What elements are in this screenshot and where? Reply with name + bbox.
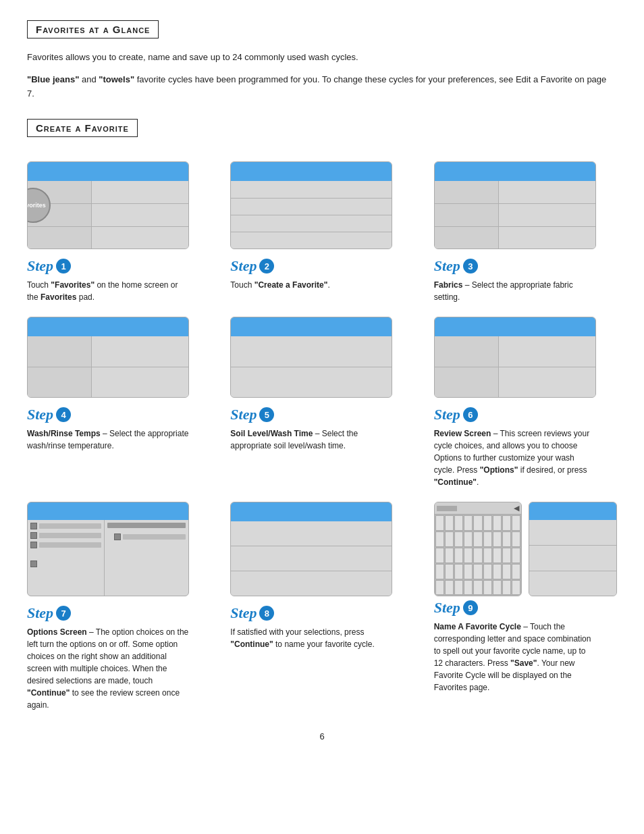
step6-row1 bbox=[435, 336, 595, 367]
towels-text: "towels" bbox=[99, 74, 134, 84]
section-header: Favorites at a Glance bbox=[27, 20, 617, 51]
step-4-screen bbox=[27, 317, 189, 398]
step-5-desc: Soil Level/Wash Time – Select the approp… bbox=[230, 427, 392, 452]
step-5-heading: Step 5 bbox=[230, 406, 274, 423]
step9-top-bar: ◀ bbox=[435, 502, 522, 515]
step-9-right-screen bbox=[529, 502, 617, 596]
step5-row1 bbox=[231, 336, 392, 367]
step-8-desc: If satisfied with your selections, press… bbox=[230, 626, 392, 650]
step-8-screen bbox=[230, 502, 392, 596]
step2-row4 bbox=[231, 232, 392, 249]
step8-row3 bbox=[231, 571, 392, 596]
step-7-heading: Step 7 bbox=[27, 604, 71, 622]
step1-row1 bbox=[28, 181, 188, 204]
step-3-cell: Step 3 Fabrics – Select the appropriate … bbox=[434, 161, 617, 303]
step4-rows bbox=[28, 336, 188, 397]
section-title: Favorites at a Glance bbox=[27, 20, 159, 38]
step9-right-body bbox=[529, 520, 616, 596]
step-8-heading: Step 8 bbox=[230, 604, 274, 622]
step6-row2 bbox=[435, 367, 595, 398]
step-6-heading: Step 6 bbox=[434, 406, 478, 423]
step3-rows bbox=[435, 181, 595, 249]
step-2-heading: Step 2 bbox=[230, 257, 274, 275]
step8-top-bar bbox=[231, 502, 392, 521]
step-1-desc: Touch "Favorites" on the home screen or … bbox=[27, 279, 189, 303]
step-9-cell: ◀ S bbox=[434, 502, 617, 711]
blue-jeans-text: "Blue jeans" bbox=[27, 74, 79, 84]
step7-options-left bbox=[28, 520, 105, 596]
step2-rows bbox=[231, 181, 392, 249]
step-5-cell: Step 5 Soil Level/Wash Time – Select the… bbox=[230, 317, 413, 488]
step-8-cell: Step 8 If satisfied with your selections… bbox=[230, 502, 413, 711]
step2-top-bar bbox=[231, 162, 392, 181]
intro-and: and bbox=[79, 74, 99, 84]
step-2-number: 2 bbox=[259, 259, 274, 273]
step-4-number: 4 bbox=[56, 407, 71, 422]
step-1-cell: favorites Step 1 Touc bbox=[27, 161, 210, 303]
step-6-desc: Review Screen – This screen reviews your… bbox=[434, 427, 596, 488]
step5-rows bbox=[231, 336, 392, 397]
step-2-cell: Step 2 Touch "Create a Favorite". bbox=[230, 161, 413, 303]
step-3-number: 3 bbox=[463, 259, 478, 273]
steps-grid: favorites Step 1 Touc bbox=[27, 161, 617, 741]
step-3-heading: Step 3 bbox=[434, 257, 478, 275]
step2-row3 bbox=[231, 215, 392, 232]
step6-rows bbox=[435, 336, 595, 397]
step-1-heading: Step 1 bbox=[27, 257, 71, 275]
step9-right-top bbox=[529, 502, 616, 520]
step-5-screen bbox=[230, 317, 392, 398]
step-4-heading: Step 4 bbox=[27, 406, 71, 423]
step-2-desc: Touch "Create a Favorite". bbox=[230, 279, 329, 291]
step-7-screen bbox=[27, 502, 189, 596]
step-5-number: 5 bbox=[259, 407, 274, 422]
step1-row2 bbox=[28, 204, 188, 227]
step-6-screen bbox=[434, 317, 596, 398]
page-number: 6 bbox=[230, 731, 413, 741]
step-6-cell: Step 6 Review Screen – This screen revie… bbox=[434, 317, 617, 488]
step3-row3 bbox=[435, 227, 595, 249]
step3-row2 bbox=[435, 204, 595, 227]
intro-paragraph-1: Favorites allows you to create, name and… bbox=[27, 51, 608, 65]
step-9-screens: ◀ bbox=[434, 502, 617, 596]
step3-row1 bbox=[435, 181, 595, 204]
step1-rows bbox=[28, 181, 188, 249]
step4-row1 bbox=[28, 336, 188, 367]
create-title: Create a Favorite bbox=[27, 119, 138, 137]
step-3-screen bbox=[434, 161, 596, 249]
step-1-screen: favorites bbox=[27, 161, 189, 249]
favorites-label: favorites bbox=[27, 202, 46, 209]
step8-row2 bbox=[231, 546, 392, 571]
step-4-cell: Step 4 Wash/Rinse Temps – Select the app… bbox=[27, 317, 210, 488]
step6-top-bar bbox=[435, 317, 595, 336]
step9-keyboard bbox=[435, 515, 522, 596]
create-section-header: Create a Favorite bbox=[27, 119, 617, 149]
step-8-number: 8 bbox=[259, 606, 274, 621]
step2-row2 bbox=[231, 199, 392, 215]
step8-row1 bbox=[231, 521, 392, 546]
step7-top-bar bbox=[28, 502, 188, 520]
step7-body bbox=[28, 520, 188, 596]
step-9-desc: Name A Favorite Cycle – Touch the corres… bbox=[434, 621, 596, 694]
step1-row3 bbox=[28, 227, 188, 249]
step-9-keyboard-screen: ◀ bbox=[434, 502, 522, 596]
step-1-number: 1 bbox=[56, 259, 71, 273]
intro-paragraph-2: "Blue jeans" and "towels" favorite cycle… bbox=[27, 73, 608, 101]
step2-row1 bbox=[231, 181, 392, 198]
step7-options-right bbox=[105, 520, 188, 596]
step1-top-bar bbox=[28, 162, 188, 181]
step5-row2 bbox=[231, 367, 392, 398]
step3-top-bar bbox=[435, 162, 595, 181]
step-7-number: 7 bbox=[56, 606, 71, 621]
step4-top-bar bbox=[28, 317, 188, 336]
step-6-number: 6 bbox=[463, 407, 478, 422]
step-4-desc: Wash/Rinse Temps – Select the appropriat… bbox=[27, 427, 189, 452]
step5-top-bar bbox=[231, 317, 392, 336]
step-7-desc: Options Screen – The option choices on t… bbox=[27, 626, 189, 711]
step-3-desc: Fabrics – Select the appropriate fabric … bbox=[434, 279, 596, 303]
step-9-heading: Step 9 bbox=[434, 599, 478, 617]
step8-rows bbox=[231, 521, 392, 596]
step-2-screen bbox=[230, 161, 392, 249]
step-9-number: 9 bbox=[463, 600, 478, 615]
step4-row2 bbox=[28, 367, 188, 398]
step-7-cell: Step 7 Options Screen – The option choic… bbox=[27, 502, 210, 711]
